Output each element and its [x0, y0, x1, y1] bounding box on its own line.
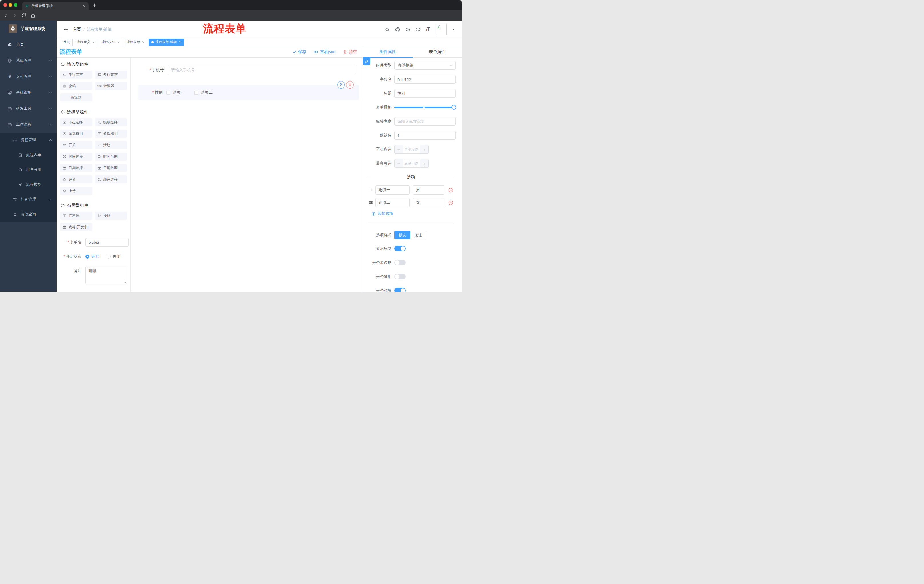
stepper-plus-button[interactable]: + — [420, 160, 428, 168]
home-icon[interactable] — [30, 13, 36, 18]
sidebar-item-leave-query[interactable]: 请假查询 — [0, 207, 57, 222]
disabled-switch[interactable] — [394, 274, 406, 280]
component-button[interactable]: 按钮 — [95, 212, 127, 220]
component-counter[interactable]: 123计数器 — [95, 82, 127, 90]
show-label-switch[interactable] — [394, 246, 406, 252]
remove-option-icon[interactable] — [448, 188, 454, 193]
sidebar-item-devtools[interactable]: 研发工具 — [0, 100, 57, 117]
back-icon[interactable] — [3, 13, 8, 18]
required-switch[interactable] — [394, 288, 406, 292]
component-radio-group[interactable]: 单选框组 — [60, 130, 92, 138]
form-grid-slider[interactable] — [394, 103, 456, 112]
component-date-picker[interactable]: 日期选择 — [60, 164, 92, 172]
sidebar-item-user-group[interactable]: 用户分组 — [0, 162, 57, 177]
stepper-plus-button[interactable]: + — [420, 145, 428, 153]
traffic-minimize-button[interactable] — [8, 3, 12, 7]
sidebar-item-payment[interactable]: ¥ 支付管理 — [0, 69, 57, 85]
option-label-input[interactable] — [375, 186, 410, 194]
component-table[interactable]: 表格[开发中] — [60, 223, 92, 231]
component-upload[interactable]: 上传 — [60, 187, 92, 195]
tag-process-form[interactable]: 流程表单 — [124, 39, 147, 46]
form-name-input[interactable] — [86, 238, 129, 247]
stepper-minus-button[interactable]: − — [394, 145, 403, 153]
drawer-link-handle[interactable] — [363, 58, 370, 66]
component-slider[interactable]: 滑块 — [95, 141, 127, 149]
sidebar-item-process-form[interactable]: 流程表单 — [0, 147, 57, 162]
duplicate-field-button[interactable] — [337, 81, 345, 89]
tab-form-props[interactable]: 表单属性 — [412, 46, 462, 58]
option-label-input[interactable] — [375, 198, 410, 207]
traffic-close-button[interactable] — [3, 3, 7, 7]
font-size-icon[interactable]: TT — [426, 27, 430, 32]
component-single-line-text[interactable]: 单行文本 — [60, 71, 92, 79]
sidebar-item-system[interactable]: 系统管理 — [0, 53, 57, 69]
status-off-label[interactable]: 关闭 — [113, 254, 120, 259]
remove-option-icon[interactable] — [448, 200, 454, 206]
border-switch[interactable] — [394, 260, 406, 265]
new-tab-icon[interactable] — [92, 3, 97, 8]
tab-close-icon[interactable] — [82, 5, 86, 8]
tag-close-icon[interactable] — [142, 41, 145, 44]
status-radio-on[interactable] — [86, 255, 89, 258]
add-option-button[interactable]: 添加选项 — [371, 211, 456, 216]
sidebar-logo[interactable]: 芋道管理系统 — [0, 21, 57, 36]
default-value-input[interactable] — [394, 131, 456, 140]
stepper-minus-button[interactable]: − — [394, 160, 403, 168]
sidebar-item-infra[interactable]: 基础设施 — [0, 85, 57, 100]
breadcrumb-home[interactable]: 首页 — [73, 27, 81, 32]
tag-home[interactable]: 首页 — [61, 39, 73, 46]
tag-close-icon[interactable] — [92, 41, 95, 44]
sidebar-item-workflow[interactable]: 工作流程 — [0, 117, 57, 133]
tag-close-icon[interactable] — [179, 41, 182, 44]
option-value-input[interactable] — [413, 186, 444, 194]
checkbox-icon[interactable] — [167, 90, 170, 95]
sidebar-item-process-mgmt[interactable]: 流程管理 — [0, 133, 57, 147]
slider-handle[interactable] — [451, 105, 456, 110]
form-canvas[interactable]: *手机号 *性别 选项一 选项二 — [130, 58, 363, 292]
help-icon[interactable] — [405, 27, 410, 32]
option-value-input[interactable] — [413, 198, 444, 207]
field-name-input[interactable] — [394, 75, 456, 84]
component-switch[interactable]: 开关 — [60, 141, 92, 149]
stepper-placeholder[interactable]: 至少应选 — [403, 145, 420, 153]
sidebar-collapse-icon[interactable] — [63, 27, 69, 32]
component-checkbox-group[interactable]: 多选框组 — [95, 130, 127, 138]
delete-field-button[interactable] — [346, 81, 354, 89]
component-rate[interactable]: 评分 — [60, 175, 92, 183]
component-row-container[interactable]: 行容器 — [60, 212, 92, 220]
tag-close-icon[interactable] — [117, 41, 120, 44]
user-caret-down-icon[interactable] — [452, 28, 455, 31]
gender-option-1[interactable]: 选项一 — [167, 90, 185, 95]
status-on-label[interactable]: 开启 — [91, 254, 99, 259]
component-date-range[interactable]: 日期范围 — [95, 164, 127, 172]
style-default-button[interactable]: 默认 — [394, 231, 410, 239]
sidebar-item-home[interactable]: 首页 — [0, 36, 57, 53]
tag-process-form-edit[interactable]: 流程表单-编辑 — [148, 39, 184, 46]
component-editor[interactable]: 编辑器 — [60, 94, 92, 102]
browser-tab[interactable]: 芋道管理系统 — [22, 2, 89, 10]
drag-handle-icon[interactable] — [368, 200, 373, 205]
tag-process-model[interactable]: 流程模型 — [99, 39, 122, 46]
status-radio-off[interactable] — [107, 255, 111, 258]
component-select[interactable]: 下拉选择 — [60, 118, 92, 126]
checkbox-icon[interactable] — [195, 90, 198, 95]
sidebar-item-process-model[interactable]: 流程模型 — [0, 177, 57, 192]
search-icon[interactable] — [385, 27, 390, 32]
canvas-field-phone[interactable]: *手机号 — [130, 65, 355, 75]
canvas-field-gender-selected[interactable]: *性别 选项一 选项二 — [139, 85, 359, 100]
component-color-picker[interactable]: 颜色选择 — [95, 175, 127, 183]
view-json-button[interactable]: 查看json — [314, 49, 335, 54]
fullscreen-icon[interactable] — [416, 27, 420, 32]
tag-process-definition[interactable]: 流程定义 — [74, 39, 97, 46]
stepper-placeholder[interactable]: 最多可选 — [403, 160, 420, 168]
drag-handle-icon[interactable] — [368, 188, 373, 192]
reload-icon[interactable] — [21, 13, 26, 18]
component-time-range[interactable]: 时间范围 — [95, 153, 127, 161]
github-icon[interactable] — [395, 27, 400, 32]
label-width-input[interactable] — [394, 117, 456, 126]
tab-component-props[interactable]: 组件属性 — [363, 46, 412, 58]
traffic-zoom-button[interactable] — [14, 3, 17, 7]
forward-icon[interactable] — [12, 13, 17, 18]
form-remark-textarea[interactable]: 嘿嘿 — [86, 267, 127, 284]
component-time-picker[interactable]: 时间选择 — [60, 153, 92, 161]
